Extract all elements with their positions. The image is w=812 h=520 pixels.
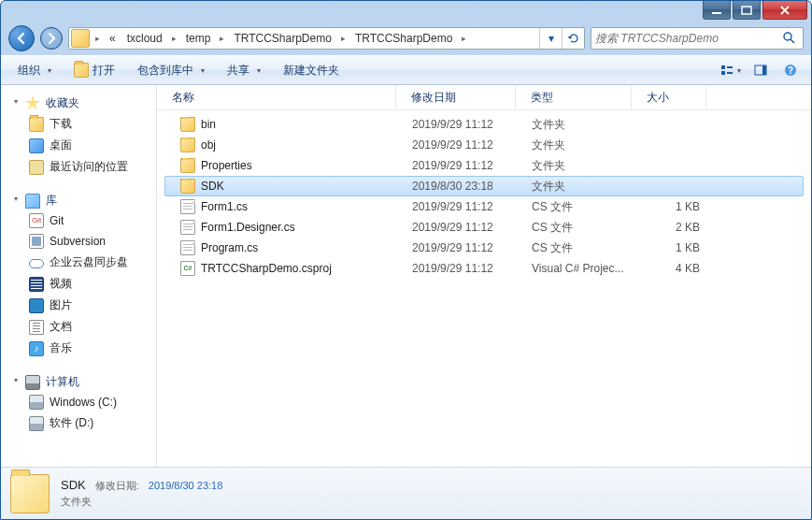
open-label: 打开	[93, 63, 115, 79]
chevron-right-icon[interactable]: ▸	[168, 34, 180, 43]
file-icon	[180, 240, 195, 255]
file-size: 1 KB	[640, 200, 707, 213]
video-icon	[29, 277, 44, 292]
file-row[interactable]: Form1.cs2019/9/29 11:12CS 文件1 KB	[164, 196, 804, 217]
computer-header[interactable]: 计算机	[1, 372, 156, 392]
sidebar-item-documents[interactable]: 文档	[1, 316, 156, 338]
dropdown-button[interactable]: ▾	[539, 28, 562, 49]
recent-icon	[29, 160, 44, 175]
details-pane: SDK 修改日期: 2019/8/30 23:18 文件夹	[1, 467, 811, 519]
folder-icon	[10, 474, 50, 513]
chevron-right-icon[interactable]: ▸	[92, 34, 104, 43]
breadcrumb-prefix[interactable]: «	[104, 28, 121, 49]
help-button[interactable]: ?	[777, 59, 804, 81]
sidebar-item-cloud[interactable]: 企业云盘同步盘	[1, 252, 156, 273]
file-row[interactable]: TRTCCSharpDemo.csproj2019/9/29 11:12Visu…	[164, 258, 804, 279]
file-list: 名称 修改日期 类型 大小 bin2019/9/29 11:12文件夹obj20…	[157, 86, 811, 467]
file-name: SDK	[201, 180, 224, 193]
column-header-type[interactable]: 类型	[516, 86, 632, 109]
file-rows[interactable]: bin2019/9/29 11:12文件夹obj2019/9/29 11:12文…	[157, 110, 811, 467]
file-size: 2 KB	[640, 221, 707, 234]
breadcrumb-segment[interactable]: txcloud	[121, 28, 168, 49]
star-icon	[25, 96, 40, 111]
sidebar-item-videos[interactable]: 视频	[1, 273, 156, 295]
back-button[interactable]	[8, 25, 35, 51]
search-input[interactable]	[595, 32, 782, 45]
folder-open-icon	[74, 63, 89, 78]
picture-icon	[29, 298, 44, 313]
file-row[interactable]: Form1.Designer.cs2019/9/29 11:12CS 文件2 K…	[164, 217, 804, 238]
details-item-name: SDK	[61, 478, 86, 492]
svg-rect-6	[727, 72, 733, 74]
column-header-date[interactable]: 修改日期	[396, 86, 516, 109]
computer-icon	[25, 375, 40, 390]
file-name: Form1.cs	[201, 200, 248, 213]
close-button[interactable]	[762, 1, 807, 20]
column-header-size[interactable]: 大小	[632, 86, 706, 109]
forward-button[interactable]	[40, 27, 63, 50]
column-header-row: 名称 修改日期 类型 大小	[157, 86, 811, 110]
svg-text:?: ?	[788, 65, 793, 76]
breadcrumb-segment[interactable]: temp	[180, 28, 217, 49]
svg-point-2	[784, 33, 791, 40]
sidebar-item-drive-c[interactable]: Windows (C:)	[1, 392, 156, 412]
navigation-pane[interactable]: 收藏夹 下载 桌面 最近访问的位置 库 GitGit Subversion 企业…	[1, 86, 157, 467]
column-header-name[interactable]: 名称	[157, 86, 396, 109]
file-name: Program.cs	[201, 241, 258, 254]
breadcrumb-segment[interactable]: TRTCCSharpDemo	[349, 28, 458, 49]
sidebar-item-drive-d[interactable]: 软件 (D:)	[1, 412, 156, 434]
file-type: 文件夹	[524, 117, 640, 133]
file-date: 2019/8/30 23:18	[405, 180, 524, 193]
sidebar-item-downloads[interactable]: 下载	[1, 113, 156, 135]
favorites-group: 收藏夹 下载 桌面 最近访问的位置	[1, 94, 156, 178]
view-options-button[interactable]	[718, 59, 744, 81]
details-date-label: 修改日期:	[95, 479, 139, 493]
file-date: 2019/9/29 11:12	[405, 221, 524, 234]
sidebar-item-pictures[interactable]: 图片	[1, 295, 156, 316]
refresh-button[interactable]	[562, 28, 584, 49]
breadcrumb-segment[interactable]: TRTCCSharpDemo	[228, 28, 336, 49]
file-type: 文件夹	[524, 179, 640, 195]
svg-rect-3	[721, 65, 725, 69]
file-type: 文件夹	[524, 158, 640, 174]
preview-pane-button[interactable]	[748, 59, 774, 81]
file-date: 2019/9/29 11:12	[405, 118, 524, 131]
sidebar-item-desktop[interactable]: 桌面	[1, 135, 156, 156]
csproj-icon	[180, 261, 195, 276]
details-text: SDK 修改日期: 2019/8/30 23:18 文件夹	[61, 478, 222, 509]
sidebar-item-music[interactable]: 音乐	[1, 338, 156, 359]
chevron-right-icon[interactable]: ▸	[337, 34, 349, 43]
file-row[interactable]: bin2019/9/29 11:12文件夹	[164, 114, 804, 135]
folder-icon	[180, 179, 195, 194]
libraries-group: 库 GitGit Subversion 企业云盘同步盘 视频 图片 文档 音乐	[1, 191, 156, 359]
sidebar-item-svn[interactable]: Subversion	[1, 231, 156, 252]
include-library-button[interactable]: 包含到库中	[128, 59, 214, 82]
file-size: 4 KB	[640, 262, 707, 275]
search-box[interactable]	[591, 27, 804, 50]
file-row[interactable]: Properties2019/9/29 11:12文件夹	[164, 155, 804, 176]
chevron-right-icon[interactable]: ▸	[216, 34, 228, 43]
share-button[interactable]: 共享	[218, 59, 270, 82]
libraries-header[interactable]: 库	[1, 191, 156, 210]
file-date: 2019/9/29 11:12	[405, 241, 524, 254]
new-folder-button[interactable]: 新建文件夹	[274, 59, 349, 82]
file-row[interactable]: SDK2019/8/30 23:18文件夹	[164, 176, 804, 196]
breadcrumb[interactable]: ▸ « txcloud ▸ temp ▸ TRTCCSharpDemo ▸ TR…	[68, 27, 585, 50]
sidebar-item-recent[interactable]: 最近访问的位置	[1, 156, 156, 178]
chevron-right-icon[interactable]: ▸	[458, 34, 470, 43]
minimize-button[interactable]	[703, 1, 731, 20]
computer-group: 计算机 Windows (C:) 软件 (D:)	[1, 372, 156, 434]
maximize-button[interactable]	[733, 1, 761, 20]
folder-icon	[71, 29, 90, 48]
git-icon: Git	[29, 213, 44, 228]
search-icon[interactable]	[782, 31, 795, 47]
file-row[interactable]: Program.cs2019/9/29 11:12CS 文件1 KB	[164, 238, 804, 258]
organize-button[interactable]: 组织	[8, 59, 61, 82]
file-row[interactable]: obj2019/9/29 11:12文件夹	[164, 135, 804, 155]
favorites-header[interactable]: 收藏夹	[1, 94, 156, 113]
open-button[interactable]: 打开	[64, 59, 124, 82]
libraries-label: 库	[46, 193, 57, 209]
file-size: 1 KB	[640, 241, 707, 254]
details-item-type: 文件夹	[61, 495, 222, 509]
sidebar-item-git[interactable]: GitGit	[1, 210, 156, 231]
